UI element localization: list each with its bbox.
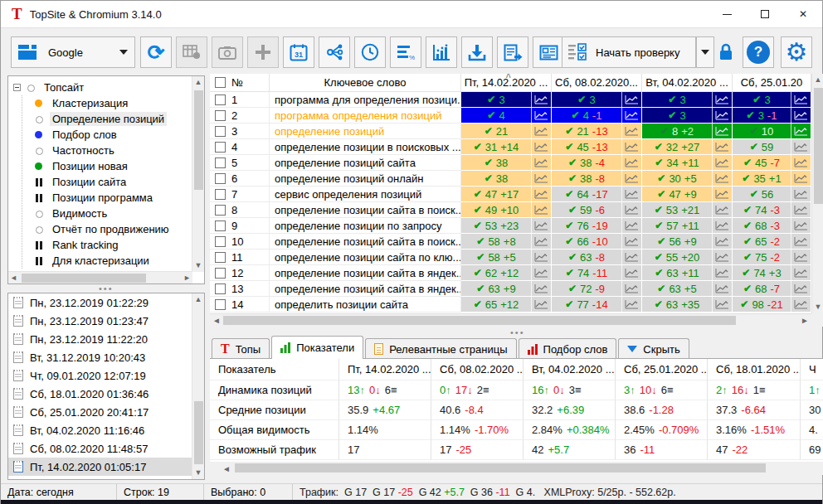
refresh-button[interactable]: ⟳ — [140, 36, 172, 68]
sparkline-icon[interactable] — [621, 124, 641, 138]
tree-horizontal-scrollbar[interactable]: ◄ ► — [8, 271, 192, 284]
date-column-header[interactable]: Сб, 25.01.20 — [733, 74, 811, 91]
sparkline-icon[interactable] — [791, 155, 811, 170]
sparkline-icon[interactable] — [791, 202, 811, 217]
snapshot-button[interactable] — [212, 36, 243, 68]
tree-item-pause[interactable]: Rank tracking — [34, 237, 204, 253]
position-cell[interactable]: ✔10 — [733, 124, 811, 139]
position-cell[interactable]: ✔49+10 — [461, 202, 552, 218]
position-cell[interactable]: ✔38-8 — [552, 171, 642, 187]
sparkline-icon[interactable] — [712, 155, 732, 170]
sparkline-icon[interactable] — [531, 187, 551, 201]
sparkline-icon[interactable] — [621, 281, 641, 296]
sparkline-icon[interactable] — [621, 187, 641, 201]
snapshot-list-item[interactable]: Пн, 23.12.2019 11:22:20 — [8, 330, 204, 348]
metrics-header-cell[interactable]: Показатель — [210, 359, 339, 380]
sparkline-icon[interactable] — [621, 218, 641, 233]
calendar-button[interactable]: 31 — [283, 36, 314, 68]
sparkline-icon[interactable] — [791, 234, 811, 249]
sparkline-icon[interactable] — [712, 108, 732, 123]
position-cell[interactable]: ✔62+12 — [461, 265, 552, 281]
start-check-button[interactable]: Начать проверку — [562, 36, 696, 68]
tree-item-orange-dot[interactable]: Кластеризация — [34, 95, 204, 111]
tree-item-pause[interactable]: Для кластеризации — [34, 253, 204, 269]
date-column-header[interactable]: ᐱПт, 14.02.2020 ... — [461, 74, 552, 91]
sparkline-icon[interactable] — [531, 139, 551, 154]
sparkline-icon[interactable] — [791, 297, 811, 312]
row-checkbox[interactable] — [215, 94, 226, 105]
settings-button[interactable]: ⚙ — [781, 36, 812, 68]
sparkline-icon[interactable] — [712, 250, 732, 264]
keyword-row[interactable]: 4определение позиции в поисковых ...✔31+… — [210, 139, 823, 155]
tree-item-hollow-dot[interactable]: Отчёт по продвижению — [34, 221, 204, 237]
position-cell[interactable]: ✔47+9 — [642, 187, 733, 202]
start-check-dropdown[interactable] — [696, 36, 714, 68]
sparkline-icon[interactable] — [712, 265, 732, 280]
position-cell[interactable]: ✔77-14 — [552, 297, 642, 313]
keyword-cell[interactable]: определение позиций сайта в яндек... — [270, 281, 461, 297]
position-cell[interactable]: ✔3 — [642, 92, 733, 108]
keyword-cell[interactable]: определить позиции сайта — [270, 297, 461, 313]
row-number-cell[interactable]: 7 — [210, 187, 270, 202]
position-cell[interactable]: ✔8+2 — [642, 124, 733, 139]
sparkline-icon[interactable] — [621, 202, 641, 217]
keyword-cell[interactable]: определение позиции сайта по клю... — [270, 250, 461, 265]
snapshot-list-item[interactable]: Сб, 18.01.2020 01:36:46 — [8, 385, 204, 403]
position-cell[interactable]: ✔45-13 — [552, 139, 642, 155]
snapshot-list-item[interactable]: Сб, 08.02.2020 11:48:57 — [8, 439, 204, 458]
position-cell[interactable]: ✔65-2 — [733, 234, 811, 250]
date-column-header[interactable]: Сб, 08.02.2020... — [552, 74, 642, 91]
keyword-row[interactable]: 10определение позиций сайта в поиск...✔5… — [210, 234, 823, 250]
select-all-checkbox[interactable] — [215, 77, 226, 88]
help-button[interactable]: ? — [743, 36, 774, 68]
table-settings-button[interactable] — [176, 36, 207, 68]
row-checkbox[interactable] — [215, 205, 226, 216]
position-cell[interactable]: ✔32+27 — [642, 139, 733, 155]
keyword-row[interactable]: 9определение позиции по запросу✔53+23✔76… — [210, 218, 823, 234]
tree-item-green-dot[interactable]: Позиции новая — [34, 158, 204, 174]
position-cell[interactable]: ✔34+11 — [642, 155, 733, 171]
sparkline-icon[interactable] — [531, 297, 551, 312]
sparkline-icon[interactable] — [791, 187, 811, 201]
position-cell[interactable]: ✔3-1 — [733, 108, 811, 124]
import-download-button[interactable] — [461, 36, 493, 68]
tree-item-pause[interactable]: Позиции программа — [34, 190, 204, 206]
keyword-row[interactable]: 5определение позиций сайта✔38✔38-4✔34+11… — [210, 155, 823, 171]
row-number-cell[interactable]: 13 — [210, 281, 270, 297]
position-cell[interactable]: ✔58+5 — [461, 250, 552, 265]
sparkline-icon[interactable] — [712, 124, 732, 138]
position-cell[interactable]: ✔21 — [461, 124, 552, 139]
row-number-cell[interactable]: 12 — [210, 265, 270, 281]
sparkline-icon[interactable] — [531, 171, 551, 186]
keywords-horizontal-scrollbar[interactable]: ◄ ► — [210, 313, 811, 327]
position-cell[interactable]: ✔53+21 — [642, 202, 733, 218]
sparkline-icon[interactable] — [791, 171, 811, 186]
sparkline-icon[interactable] — [531, 155, 551, 170]
position-cell[interactable]: ✔31+14 — [461, 139, 552, 155]
keyword-row[interactable]: 2программа определения позиций✔4✔4-1✔3✔3… — [210, 108, 823, 124]
tree-item-hollow-dot[interactable]: Определение позиций — [34, 111, 204, 127]
tab-hide-arrow[interactable]: Скрыть — [618, 338, 689, 359]
keyword-row[interactable]: 3определение позиций✔21✔21-13✔8+2✔10 — [210, 124, 823, 139]
position-cell[interactable]: ✔74-11 — [552, 265, 642, 281]
sparkline-icon[interactable] — [791, 139, 811, 154]
keyword-row[interactable]: 14определить позиции сайта✔65+12✔77-14✔6… — [210, 297, 823, 313]
sparkline-icon[interactable] — [712, 234, 732, 249]
keyword-cell[interactable]: определение позиции сайта в поиск... — [270, 202, 461, 218]
position-cell[interactable]: ✔38 — [461, 171, 552, 187]
position-cell[interactable]: ✔74+3 — [733, 265, 811, 281]
tree-item-hollow-dot[interactable]: Видимость — [34, 206, 204, 221]
position-cell[interactable]: ✔38 — [461, 155, 552, 171]
tab-document[interactable]: Релевантные страницы — [365, 338, 516, 359]
statistics-chart-button[interactable] — [426, 36, 457, 68]
position-cell[interactable]: ✔56 — [733, 187, 811, 202]
position-cell[interactable]: ✔64-17 — [552, 187, 642, 202]
sparkline-icon[interactable] — [712, 187, 732, 201]
row-checkbox[interactable] — [215, 236, 226, 247]
position-cell[interactable]: ✔3 — [552, 92, 642, 108]
add-button[interactable] — [247, 36, 279, 68]
sparkline-icon[interactable] — [621, 155, 641, 170]
row-checkbox[interactable] — [215, 284, 226, 294]
metrics-header-cell[interactable]: Сб, 08.02.2020 ... — [431, 359, 524, 380]
keyword-row[interactable]: 7сервис определения позиций✔47+17✔64-17✔… — [210, 187, 823, 202]
